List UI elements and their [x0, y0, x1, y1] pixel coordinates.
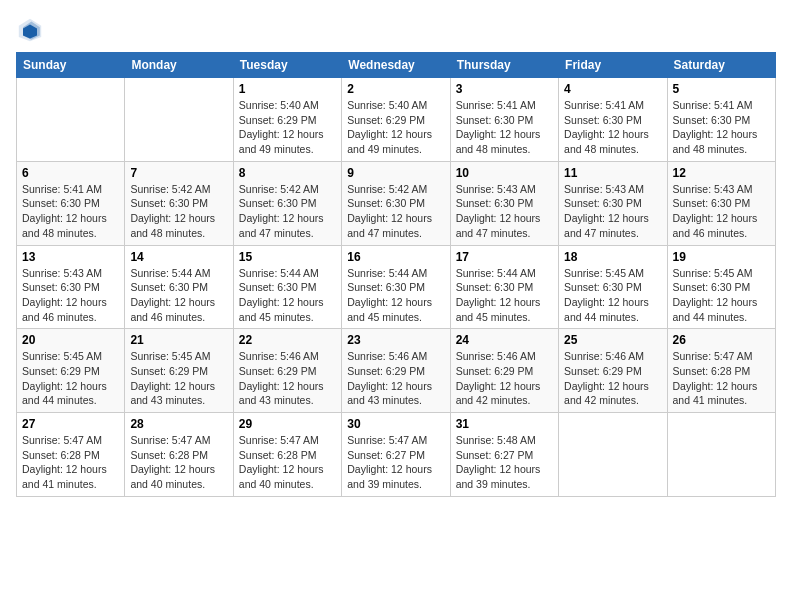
calendar-cell: 13Sunrise: 5:43 AM Sunset: 6:30 PM Dayli…	[17, 245, 125, 329]
day-number: 30	[347, 417, 444, 431]
calendar-cell: 3Sunrise: 5:41 AM Sunset: 6:30 PM Daylig…	[450, 78, 558, 162]
day-number: 8	[239, 166, 336, 180]
column-header-thursday: Thursday	[450, 53, 558, 78]
day-info: Sunrise: 5:44 AM Sunset: 6:30 PM Dayligh…	[347, 266, 444, 325]
calendar-week-row: 13Sunrise: 5:43 AM Sunset: 6:30 PM Dayli…	[17, 245, 776, 329]
calendar-cell: 6Sunrise: 5:41 AM Sunset: 6:30 PM Daylig…	[17, 161, 125, 245]
calendar-week-row: 20Sunrise: 5:45 AM Sunset: 6:29 PM Dayli…	[17, 329, 776, 413]
day-info: Sunrise: 5:45 AM Sunset: 6:29 PM Dayligh…	[22, 349, 119, 408]
day-number: 31	[456, 417, 553, 431]
calendar-cell: 25Sunrise: 5:46 AM Sunset: 6:29 PM Dayli…	[559, 329, 667, 413]
day-number: 15	[239, 250, 336, 264]
day-number: 16	[347, 250, 444, 264]
day-number: 1	[239, 82, 336, 96]
day-number: 27	[22, 417, 119, 431]
calendar-cell: 17Sunrise: 5:44 AM Sunset: 6:30 PM Dayli…	[450, 245, 558, 329]
calendar-header-row: SundayMondayTuesdayWednesdayThursdayFrid…	[17, 53, 776, 78]
day-info: Sunrise: 5:47 AM Sunset: 6:27 PM Dayligh…	[347, 433, 444, 492]
calendar-cell: 18Sunrise: 5:45 AM Sunset: 6:30 PM Dayli…	[559, 245, 667, 329]
day-info: Sunrise: 5:45 AM Sunset: 6:29 PM Dayligh…	[130, 349, 227, 408]
logo-icon	[16, 16, 44, 44]
day-info: Sunrise: 5:43 AM Sunset: 6:30 PM Dayligh…	[456, 182, 553, 241]
day-number: 21	[130, 333, 227, 347]
calendar-cell: 10Sunrise: 5:43 AM Sunset: 6:30 PM Dayli…	[450, 161, 558, 245]
calendar-cell: 19Sunrise: 5:45 AM Sunset: 6:30 PM Dayli…	[667, 245, 775, 329]
calendar-cell: 27Sunrise: 5:47 AM Sunset: 6:28 PM Dayli…	[17, 413, 125, 497]
day-number: 18	[564, 250, 661, 264]
day-number: 12	[673, 166, 770, 180]
calendar-cell: 14Sunrise: 5:44 AM Sunset: 6:30 PM Dayli…	[125, 245, 233, 329]
day-number: 20	[22, 333, 119, 347]
day-number: 13	[22, 250, 119, 264]
column-header-friday: Friday	[559, 53, 667, 78]
day-info: Sunrise: 5:47 AM Sunset: 6:28 PM Dayligh…	[130, 433, 227, 492]
calendar-cell: 26Sunrise: 5:47 AM Sunset: 6:28 PM Dayli…	[667, 329, 775, 413]
day-info: Sunrise: 5:41 AM Sunset: 6:30 PM Dayligh…	[673, 98, 770, 157]
day-number: 24	[456, 333, 553, 347]
calendar-cell: 4Sunrise: 5:41 AM Sunset: 6:30 PM Daylig…	[559, 78, 667, 162]
day-info: Sunrise: 5:43 AM Sunset: 6:30 PM Dayligh…	[673, 182, 770, 241]
day-number: 25	[564, 333, 661, 347]
column-header-monday: Monday	[125, 53, 233, 78]
day-info: Sunrise: 5:46 AM Sunset: 6:29 PM Dayligh…	[239, 349, 336, 408]
calendar-cell: 29Sunrise: 5:47 AM Sunset: 6:28 PM Dayli…	[233, 413, 341, 497]
day-info: Sunrise: 5:44 AM Sunset: 6:30 PM Dayligh…	[130, 266, 227, 325]
calendar-cell: 1Sunrise: 5:40 AM Sunset: 6:29 PM Daylig…	[233, 78, 341, 162]
calendar-cell	[17, 78, 125, 162]
calendar-table: SundayMondayTuesdayWednesdayThursdayFrid…	[16, 52, 776, 497]
calendar-cell: 20Sunrise: 5:45 AM Sunset: 6:29 PM Dayli…	[17, 329, 125, 413]
day-number: 22	[239, 333, 336, 347]
calendar-cell: 12Sunrise: 5:43 AM Sunset: 6:30 PM Dayli…	[667, 161, 775, 245]
calendar-cell: 24Sunrise: 5:46 AM Sunset: 6:29 PM Dayli…	[450, 329, 558, 413]
calendar-cell: 31Sunrise: 5:48 AM Sunset: 6:27 PM Dayli…	[450, 413, 558, 497]
day-info: Sunrise: 5:41 AM Sunset: 6:30 PM Dayligh…	[456, 98, 553, 157]
day-info: Sunrise: 5:44 AM Sunset: 6:30 PM Dayligh…	[456, 266, 553, 325]
column-header-sunday: Sunday	[17, 53, 125, 78]
calendar-cell: 22Sunrise: 5:46 AM Sunset: 6:29 PM Dayli…	[233, 329, 341, 413]
day-info: Sunrise: 5:46 AM Sunset: 6:29 PM Dayligh…	[564, 349, 661, 408]
calendar-cell: 8Sunrise: 5:42 AM Sunset: 6:30 PM Daylig…	[233, 161, 341, 245]
calendar-cell	[667, 413, 775, 497]
day-info: Sunrise: 5:46 AM Sunset: 6:29 PM Dayligh…	[347, 349, 444, 408]
day-info: Sunrise: 5:45 AM Sunset: 6:30 PM Dayligh…	[673, 266, 770, 325]
day-number: 17	[456, 250, 553, 264]
day-info: Sunrise: 5:44 AM Sunset: 6:30 PM Dayligh…	[239, 266, 336, 325]
calendar-cell	[559, 413, 667, 497]
day-number: 2	[347, 82, 444, 96]
page-header	[16, 16, 776, 44]
day-number: 5	[673, 82, 770, 96]
logo	[16, 16, 48, 44]
day-info: Sunrise: 5:43 AM Sunset: 6:30 PM Dayligh…	[22, 266, 119, 325]
day-info: Sunrise: 5:40 AM Sunset: 6:29 PM Dayligh…	[239, 98, 336, 157]
day-info: Sunrise: 5:48 AM Sunset: 6:27 PM Dayligh…	[456, 433, 553, 492]
day-info: Sunrise: 5:42 AM Sunset: 6:30 PM Dayligh…	[130, 182, 227, 241]
day-number: 19	[673, 250, 770, 264]
calendar-cell: 21Sunrise: 5:45 AM Sunset: 6:29 PM Dayli…	[125, 329, 233, 413]
calendar-week-row: 6Sunrise: 5:41 AM Sunset: 6:30 PM Daylig…	[17, 161, 776, 245]
calendar-week-row: 27Sunrise: 5:47 AM Sunset: 6:28 PM Dayli…	[17, 413, 776, 497]
calendar-cell: 16Sunrise: 5:44 AM Sunset: 6:30 PM Dayli…	[342, 245, 450, 329]
column-header-wednesday: Wednesday	[342, 53, 450, 78]
day-info: Sunrise: 5:47 AM Sunset: 6:28 PM Dayligh…	[239, 433, 336, 492]
day-number: 4	[564, 82, 661, 96]
calendar-cell: 5Sunrise: 5:41 AM Sunset: 6:30 PM Daylig…	[667, 78, 775, 162]
day-number: 9	[347, 166, 444, 180]
day-number: 23	[347, 333, 444, 347]
day-number: 14	[130, 250, 227, 264]
calendar-cell: 15Sunrise: 5:44 AM Sunset: 6:30 PM Dayli…	[233, 245, 341, 329]
calendar-cell: 28Sunrise: 5:47 AM Sunset: 6:28 PM Dayli…	[125, 413, 233, 497]
day-info: Sunrise: 5:41 AM Sunset: 6:30 PM Dayligh…	[564, 98, 661, 157]
calendar-cell: 9Sunrise: 5:42 AM Sunset: 6:30 PM Daylig…	[342, 161, 450, 245]
calendar-cell	[125, 78, 233, 162]
calendar-cell: 7Sunrise: 5:42 AM Sunset: 6:30 PM Daylig…	[125, 161, 233, 245]
day-info: Sunrise: 5:40 AM Sunset: 6:29 PM Dayligh…	[347, 98, 444, 157]
day-number: 7	[130, 166, 227, 180]
day-info: Sunrise: 5:47 AM Sunset: 6:28 PM Dayligh…	[22, 433, 119, 492]
day-number: 3	[456, 82, 553, 96]
day-info: Sunrise: 5:47 AM Sunset: 6:28 PM Dayligh…	[673, 349, 770, 408]
calendar-cell: 2Sunrise: 5:40 AM Sunset: 6:29 PM Daylig…	[342, 78, 450, 162]
day-info: Sunrise: 5:42 AM Sunset: 6:30 PM Dayligh…	[347, 182, 444, 241]
day-number: 26	[673, 333, 770, 347]
column-header-saturday: Saturday	[667, 53, 775, 78]
day-number: 10	[456, 166, 553, 180]
